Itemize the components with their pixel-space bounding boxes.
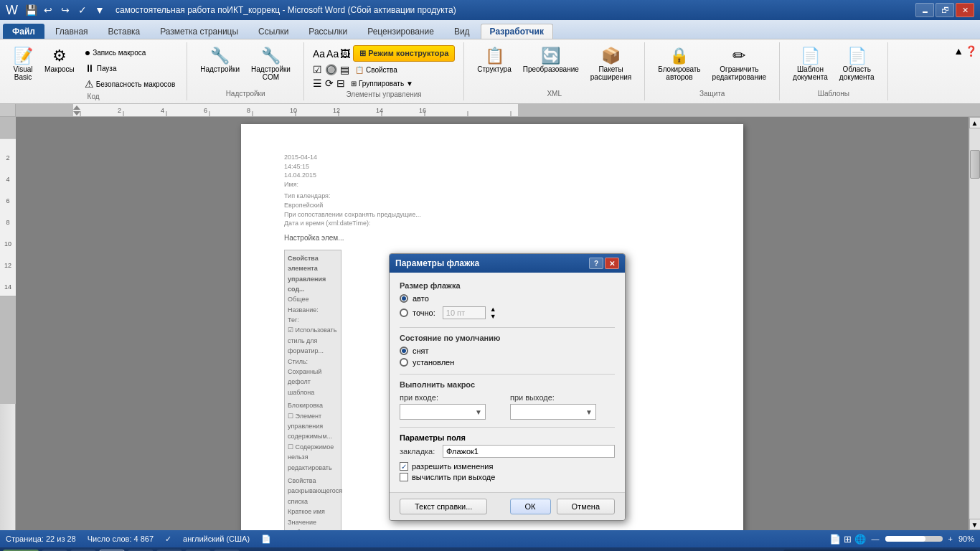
tab-insert[interactable]: Вставка: [99, 24, 150, 39]
checked-radio[interactable]: [400, 358, 408, 367]
separator-3: [400, 427, 615, 428]
dialog-help-icon[interactable]: ?: [589, 258, 603, 269]
restrict-editing-button[interactable]: ✏ Ограничитьредактирование: [708, 45, 771, 84]
normal-view-btn[interactable]: 📄: [829, 534, 841, 545]
text-control-icon[interactable]: Aa: [313, 48, 325, 60]
auto-size-label: авто: [413, 294, 429, 303]
calc-on-exit-checkbox[interactable]: [400, 473, 408, 481]
block-authors-button[interactable]: 🔒 Блокироватьавторов: [654, 45, 705, 84]
ok-button[interactable]: ОК: [510, 499, 551, 514]
spin-buttons: ▲ ▼: [490, 306, 496, 320]
listbox-icon[interactable]: ☰: [313, 77, 322, 89]
document-template-button[interactable]: 📄 Шаблондокумента: [788, 45, 832, 84]
scroll-track[interactable]: [970, 128, 980, 519]
scrollbar-icon[interactable]: ⊟: [336, 77, 345, 89]
maximize-button[interactable]: 🗗: [936, 3, 954, 17]
web-view-btn[interactable]: 🌐: [854, 534, 866, 545]
exact-size-input[interactable]: [443, 306, 486, 319]
block-authors-icon: 🔒: [669, 48, 689, 64]
addins-button[interactable]: 🔧 Надстройки: [196, 45, 244, 76]
checkbox-control-icon[interactable]: ☑: [313, 64, 322, 75]
close-button[interactable]: ✕: [956, 3, 974, 17]
ruler-corner: [0, 104, 16, 117]
cancel-button[interactable]: Отмена: [557, 499, 615, 514]
tab-references[interactable]: Ссылки: [249, 24, 298, 39]
unchecked-radio[interactable]: [400, 347, 408, 355]
help-button[interactable]: ❓: [965, 45, 977, 57]
scroll-down-button[interactable]: ▼: [969, 519, 981, 530]
spinbtn-icon[interactable]: ⟳: [325, 77, 334, 89]
picture-control-icon[interactable]: 🖼: [340, 48, 350, 60]
tab-file[interactable]: Файл: [3, 24, 44, 39]
scroll-up-button[interactable]: ▲: [969, 117, 981, 128]
macros-button[interactable]: ⚙ Макросы: [40, 45, 79, 76]
help-text-button[interactable]: Текст справки...: [400, 499, 487, 514]
controls-mid-row: ☑ 🔘 ▤ 📋 Свойства: [313, 64, 400, 75]
svg-text:10: 10: [4, 240, 11, 248]
calc-on-exit-row: вычислить при выходе: [400, 473, 615, 481]
zoom-minus[interactable]: —: [872, 534, 880, 543]
pause-button[interactable]: ⏸ Пауза: [82, 61, 179, 75]
auto-size-radio[interactable]: [400, 294, 408, 303]
combo-control-icon[interactable]: ▤: [340, 64, 349, 75]
collapse-ribbon-button[interactable]: ▲: [953, 45, 963, 57]
tab-developer[interactable]: Разработчик: [481, 24, 553, 39]
tab-home[interactable]: Главная: [46, 24, 98, 39]
spin-up[interactable]: ▲: [490, 306, 496, 313]
qat-check[interactable]: ✓: [75, 3, 90, 17]
group-controls-content: Aa Aa 🖼 ⊞ Режим конструктора ☑ 🔘 ▤ 📋 Сво…: [310, 44, 458, 90]
minimize-button[interactable]: 🗕: [915, 3, 934, 17]
qat-save[interactable]: 💾: [24, 3, 38, 17]
structure-button[interactable]: 📋 Структура: [473, 45, 515, 76]
zoom-plus[interactable]: +: [948, 534, 953, 543]
scroll-thumb[interactable]: [970, 150, 980, 179]
allow-changes-checkbox[interactable]: ✓: [400, 462, 408, 471]
text-control2-icon[interactable]: Aa: [326, 48, 339, 60]
document-area-button[interactable]: 📄 Областьдокумента: [835, 45, 879, 84]
macro-enter-dropdown[interactable]: ▼: [400, 404, 486, 420]
svg-text:16: 16: [419, 107, 426, 114]
tab-mailings[interactable]: Рассылки: [299, 24, 357, 39]
group-code-content: 📝 VisualBasic ⚙ Макросы ● Запись макроса…: [6, 44, 181, 93]
pause-icon: ⏸: [85, 62, 95, 74]
group-button[interactable]: ⊞ Группировать ▼: [348, 78, 416, 89]
vertical-scrollbar[interactable]: ▲ ▼: [969, 117, 980, 530]
visual-basic-button[interactable]: 📝 VisualBasic: [9, 45, 37, 84]
com-addins-button[interactable]: 🔧 НадстройкиCOM: [247, 45, 295, 84]
document-scroll-area[interactable]: 2015-04-14 14:45:15 14.04.2015 Имя: Тип …: [16, 117, 969, 530]
macro-exit-dropdown[interactable]: ▼: [510, 404, 596, 420]
svg-rect-26: [0, 117, 16, 138]
zoom-slider[interactable]: [885, 536, 943, 542]
design-mode-button[interactable]: ⊞ Режим конструктора: [353, 45, 455, 62]
group-code-label: Код: [88, 93, 100, 102]
size-radio-group: авто точно: ▲ ▼: [400, 294, 615, 320]
properties-button[interactable]: 📋 Свойства: [352, 65, 400, 75]
bookmark-input[interactable]: [443, 445, 615, 458]
tab-page-layout[interactable]: Разметка страницы: [151, 24, 248, 39]
zoom-level: 90%: [958, 534, 974, 543]
qat-dropdown[interactable]: ▼: [93, 3, 107, 17]
transform-button[interactable]: 🔄 Преобразование: [519, 45, 583, 76]
group-addins-content: 🔧 Надстройки 🔧 НадстройкиCOM: [193, 44, 298, 90]
restrict-icon: ✏: [732, 48, 745, 64]
record-macro-button[interactable]: ● Запись макроса: [82, 45, 179, 60]
tab-view[interactable]: Вид: [445, 24, 479, 39]
schema-button[interactable]: 📦 Пакетырасширения: [586, 45, 636, 84]
exact-size-radio[interactable]: [400, 309, 408, 317]
radio-control-icon[interactable]: 🔘: [325, 64, 337, 75]
macro-security-button[interactable]: ⚠ Безопасность макросов: [82, 77, 179, 91]
svg-rect-27: [0, 296, 16, 404]
schema-icon: 📦: [601, 48, 621, 64]
qat-redo[interactable]: ↪: [58, 3, 72, 17]
separator-2: [400, 374, 615, 375]
dialog-close-button[interactable]: ✕: [605, 258, 619, 269]
ribbon-group-protect: 🔒 Блокироватьавторов ✏ Ограничитьредакти…: [645, 42, 780, 100]
fullscreen-btn[interactable]: ⊞: [844, 534, 852, 545]
ribbon-corner: ▲ ❓: [951, 42, 980, 100]
allow-changes-label: разрешить изменения: [412, 462, 493, 471]
spin-down[interactable]: ▼: [490, 313, 496, 320]
macro-enter-col: при входе: ▼: [400, 393, 504, 420]
tab-review[interactable]: Рецензирование: [358, 24, 443, 39]
qat-undo[interactable]: ↩: [41, 3, 55, 17]
ribbon: Файл Главная Вставка Разметка страницы С…: [0, 20, 980, 104]
